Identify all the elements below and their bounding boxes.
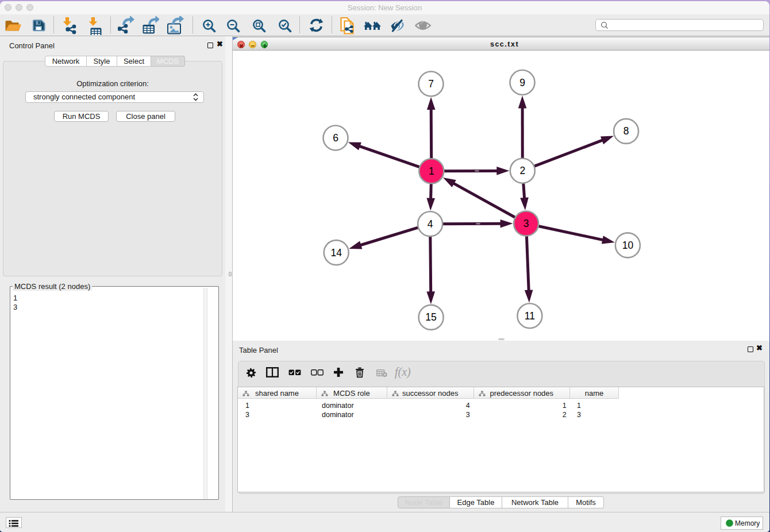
svg-text:2: 2 bbox=[519, 165, 525, 176]
svg-text:15: 15 bbox=[425, 311, 436, 323]
svg-text:1: 1 bbox=[429, 165, 434, 177]
svg-text:6: 6 bbox=[333, 132, 338, 144]
svg-text:14: 14 bbox=[330, 247, 342, 259]
svg-text:11: 11 bbox=[525, 310, 535, 322]
svg-text:3: 3 bbox=[523, 218, 529, 229]
svg-text:9: 9 bbox=[519, 77, 525, 88]
svg-text:7: 7 bbox=[428, 78, 434, 90]
svg-text:4: 4 bbox=[428, 218, 433, 230]
svg-text:8: 8 bbox=[623, 125, 629, 137]
svg-text:10: 10 bbox=[622, 240, 634, 251]
